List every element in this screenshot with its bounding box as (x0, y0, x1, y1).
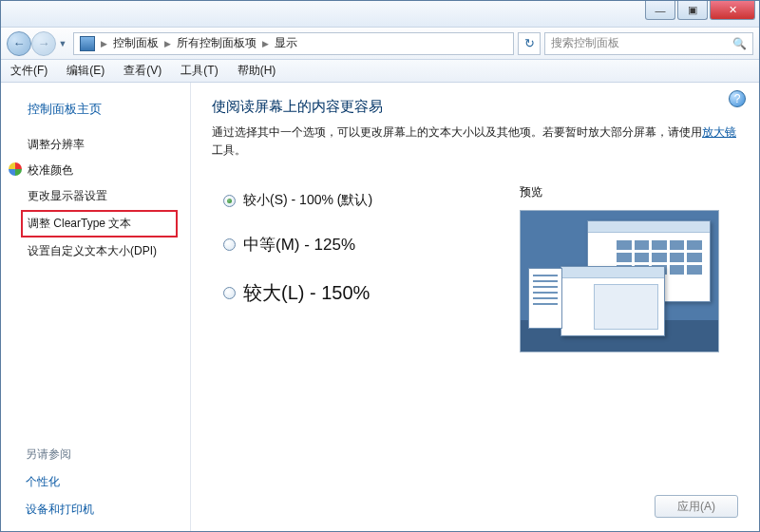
options-row: 较小(S) - 100% (默认) 中等(M) - 125% 较大(L) - 1… (212, 179, 738, 352)
control-panel-window: — ▣ ✕ ← → ▼ ▶ 控制面板 ▶ 所有控制面板项 ▶ 显示 ↻ 搜索控制… (0, 0, 760, 532)
sidebar-devices[interactable]: 设备和打印机 (1, 496, 190, 523)
breadcrumb[interactable]: 所有控制面板项 (173, 35, 260, 51)
radio-icon (223, 287, 236, 299)
search-icon: 🔍 (732, 37, 747, 50)
navbar: ← → ▼ ▶ 控制面板 ▶ 所有控制面板项 ▶ 显示 ↻ 搜索控制面板 🔍 (1, 28, 759, 60)
sidebar-item-dpi[interactable]: 设置自定义文本大小(DPI) (1, 238, 190, 264)
footer: 应用(A) (212, 485, 738, 518)
back-button[interactable]: ← (7, 31, 31, 56)
search-input[interactable]: 搜索控制面板 🔍 (544, 32, 753, 55)
chevron-right-icon: ▶ (99, 39, 109, 48)
maximize-button[interactable]: ▣ (677, 1, 708, 20)
search-placeholder: 搜索控制面板 (551, 35, 619, 51)
control-panel-icon (80, 36, 95, 51)
address-bar[interactable]: ▶ 控制面板 ▶ 所有控制面板项 ▶ 显示 (73, 32, 514, 55)
breadcrumb[interactable]: 控制面板 (109, 35, 162, 51)
radio-icon (223, 238, 236, 251)
menu-view[interactable]: 查看(V) (120, 61, 165, 81)
refresh-button[interactable]: ↻ (518, 32, 541, 55)
desc-text: 工具。 (212, 143, 246, 157)
page-description: 通过选择其中一个选项，可以更改屏幕上的文本大小以及其他项。若要暂时放大部分屏幕，… (212, 124, 738, 160)
sidebar: 控制面板主页 调整分辨率 校准颜色 更改显示器设置 调整 ClearType 文… (1, 83, 191, 531)
menu-tools[interactable]: 工具(T) (177, 61, 221, 81)
page-title: 使阅读屏幕上的内容更容易 (212, 98, 738, 116)
nav-history-dropdown[interactable]: ▼ (56, 34, 69, 53)
apply-button[interactable]: 应用(A) (655, 495, 738, 518)
menubar: 文件(F) 编辑(E) 查看(V) 工具(T) 帮助(H) (1, 60, 759, 83)
breadcrumb[interactable]: 显示 (271, 35, 301, 51)
forward-button[interactable]: → (31, 31, 56, 56)
preview-column: 预览 (520, 179, 738, 352)
chevron-right-icon: ▶ (260, 39, 271, 48)
sidebar-personalization[interactable]: 个性化 (1, 468, 190, 496)
option-medium[interactable]: 中等(M) - 125% (223, 234, 493, 256)
size-options: 较小(S) - 100% (默认) 中等(M) - 125% 较大(L) - 1… (212, 179, 493, 352)
desc-text: 通过选择其中一个选项，可以更改屏幕上的文本大小以及其他项。若要暂时放大部分屏幕，… (212, 125, 702, 139)
body: 控制面板主页 调整分辨率 校准颜色 更改显示器设置 调整 ClearType 文… (1, 83, 759, 531)
titlebar: — ▣ ✕ (1, 1, 759, 28)
option-label: 较小(S) - 100% (默认) (243, 192, 372, 209)
option-label: 较大(L) - 150% (243, 280, 370, 306)
preview-label: 预览 (520, 184, 738, 200)
option-large[interactable]: 较大(L) - 150% (223, 280, 493, 306)
menu-edit[interactable]: 编辑(E) (63, 61, 108, 81)
help-icon[interactable]: ? (729, 90, 746, 107)
sidebar-item-calibrate[interactable]: 校准颜色 (1, 158, 190, 183)
main-pane: ? 使阅读屏幕上的内容更容易 通过选择其中一个选项，可以更改屏幕上的文本大小以及… (191, 83, 759, 531)
sidebar-item-cleartype[interactable]: 调整 ClearType 文本 (22, 211, 177, 237)
nav-arrows: ← → ▼ (7, 31, 69, 56)
preview-image (520, 210, 719, 352)
sidebar-see-also: 另请参阅 (1, 441, 190, 468)
magnifier-link[interactable]: 放大镜 (702, 125, 736, 139)
minimize-button[interactable]: — (645, 1, 675, 20)
menu-file[interactable]: 文件(F) (7, 61, 51, 81)
chevron-right-icon: ▶ (162, 39, 173, 48)
sidebar-item-display-settings[interactable]: 更改显示器设置 (1, 183, 190, 209)
menu-help[interactable]: 帮助(H) (234, 61, 280, 81)
sidebar-home[interactable]: 控制面板主页 (1, 96, 190, 123)
radio-icon (223, 195, 236, 207)
option-label: 中等(M) - 125% (243, 234, 355, 256)
option-small[interactable]: 较小(S) - 100% (默认) (223, 192, 493, 209)
close-button[interactable]: ✕ (710, 1, 755, 20)
sidebar-item-resolution[interactable]: 调整分辨率 (1, 132, 190, 158)
